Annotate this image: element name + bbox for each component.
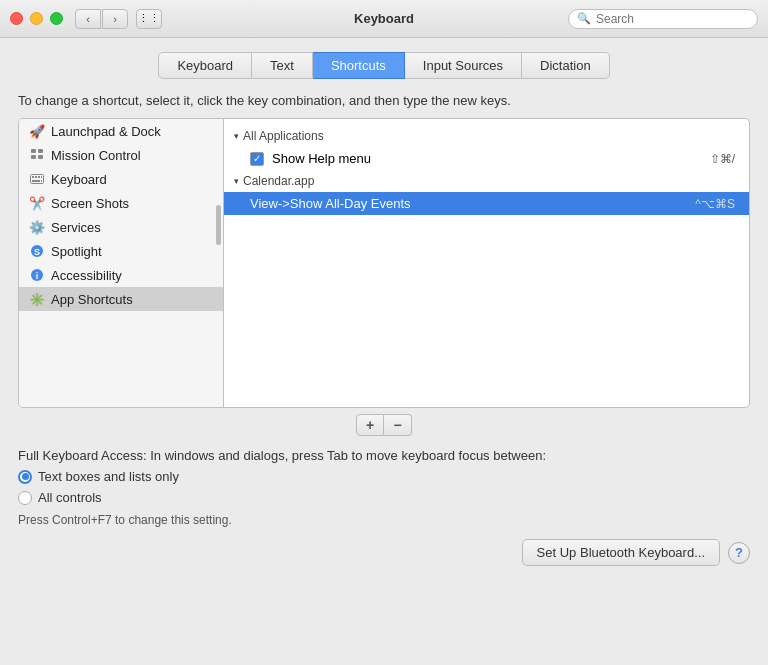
full-keyboard-label: Full Keyboard Access: In windows and dia… (18, 448, 750, 463)
sidebar-item-spotlight[interactable]: S Spotlight (19, 239, 223, 263)
radio-text-boxes[interactable]: Text boxes and lists only (18, 469, 750, 484)
sidebar-label-app-shortcuts: App Shortcuts (51, 292, 133, 307)
tab-shortcuts[interactable]: Shortcuts (313, 52, 405, 79)
svg-rect-5 (32, 176, 34, 178)
sidebar-item-services[interactable]: ⚙️ Services (19, 215, 223, 239)
svg-rect-3 (38, 155, 43, 159)
svg-rect-8 (41, 176, 42, 178)
radio-inner-dot (22, 473, 29, 480)
tabs: Keyboard Text Shortcuts Input Sources Di… (18, 52, 750, 79)
close-button[interactable] (10, 12, 23, 25)
panel-area: 🚀 Launchpad & Dock Mission Control Keybo… (18, 118, 750, 408)
search-bar[interactable]: 🔍 (568, 9, 758, 29)
svg-rect-1 (38, 149, 43, 153)
traffic-lights (10, 12, 63, 25)
sidebar-item-launchpad[interactable]: 🚀 Launchpad & Dock (19, 119, 223, 143)
radio-all-controls-button[interactable] (18, 491, 32, 505)
add-shortcut-button[interactable]: + (356, 414, 384, 436)
nav-buttons: ‹ › (75, 9, 128, 29)
calendar-triangle-icon: ▾ (234, 176, 239, 186)
show-help-menu-label: Show Help menu (272, 151, 702, 166)
svg-rect-2 (31, 155, 36, 159)
right-panel: ▾ All Applications ✓ Show Help menu ⇧⌘/ … (224, 119, 749, 407)
all-applications-label: All Applications (243, 129, 324, 143)
sidebar-item-keyboard[interactable]: Keyboard (19, 167, 223, 191)
view-show-allday-row[interactable]: View->Show All-Day Events ^⌥⌘S (224, 192, 749, 215)
keyboard-icon (29, 171, 45, 187)
sidebar-item-mission-control[interactable]: Mission Control (19, 143, 223, 167)
svg-text:i: i (36, 271, 39, 281)
add-remove-buttons: + − (18, 414, 750, 436)
accessibility-icon: i (29, 267, 45, 283)
svg-rect-9 (32, 180, 40, 182)
sidebar-item-accessibility[interactable]: i Accessibility (19, 263, 223, 287)
grid-icon: ⋮⋮ (138, 12, 160, 25)
window-title: Keyboard (354, 11, 414, 26)
calendar-header[interactable]: ▾ Calendar.app (224, 170, 749, 192)
sidebar-label-keyboard: Keyboard (51, 172, 107, 187)
svg-rect-7 (38, 176, 40, 178)
tab-input-sources[interactable]: Input Sources (405, 52, 522, 79)
tab-text[interactable]: Text (252, 52, 313, 79)
tab-dictation[interactable]: Dictation (522, 52, 610, 79)
remove-shortcut-button[interactable]: − (384, 414, 412, 436)
description-text: To change a shortcut, select it, click t… (18, 93, 750, 108)
svg-rect-0 (31, 149, 36, 153)
services-icon: ⚙️ (29, 219, 45, 235)
view-show-allday-label: View->Show All-Day Events (250, 196, 687, 211)
grid-button[interactable]: ⋮⋮ (136, 9, 162, 29)
sidebar-item-app-shortcuts[interactable]: ✳️ App Shortcuts (19, 287, 223, 311)
svg-text:S: S (34, 247, 40, 257)
titlebar: ‹ › ⋮⋮ Keyboard 🔍 (0, 0, 768, 38)
search-input[interactable] (596, 12, 749, 26)
radio-text-boxes-label: Text boxes and lists only (38, 469, 179, 484)
view-show-allday-keys: ^⌥⌘S (695, 197, 735, 211)
help-button[interactable]: ? (728, 542, 750, 564)
bluetooth-keyboard-button[interactable]: Set Up Bluetooth Keyboard... (522, 539, 720, 566)
radio-text-boxes-button[interactable] (18, 470, 32, 484)
sidebar: 🚀 Launchpad & Dock Mission Control Keybo… (19, 119, 224, 407)
main-content: Keyboard Text Shortcuts Input Sources Di… (0, 38, 768, 665)
forward-button[interactable]: › (102, 9, 128, 29)
sidebar-label-spotlight: Spotlight (51, 244, 102, 259)
triangle-icon: ▾ (234, 131, 239, 141)
hint-text: Press Control+F7 to change this setting. (18, 513, 750, 527)
search-icon: 🔍 (577, 12, 591, 25)
sidebar-item-screen-shots[interactable]: ✂️ Screen Shots (19, 191, 223, 215)
scrollbar-thumb[interactable] (216, 205, 221, 245)
sidebar-label-mission-control: Mission Control (51, 148, 141, 163)
bottom-bar: Set Up Bluetooth Keyboard... ? (18, 539, 750, 566)
show-help-menu-keys: ⇧⌘/ (710, 152, 735, 166)
sidebar-label-launchpad: Launchpad & Dock (51, 124, 161, 139)
svg-rect-4 (31, 175, 44, 184)
mission-control-icon (29, 147, 45, 163)
show-help-menu-checkbox[interactable]: ✓ (250, 152, 264, 166)
radio-all-controls[interactable]: All controls (18, 490, 750, 505)
tab-keyboard[interactable]: Keyboard (158, 52, 252, 79)
screen-shots-icon: ✂️ (29, 195, 45, 211)
svg-rect-10 (41, 180, 42, 182)
back-button[interactable]: ‹ (75, 9, 101, 29)
sidebar-label-screen-shots: Screen Shots (51, 196, 129, 211)
launchpad-icon: 🚀 (29, 123, 45, 139)
minimize-button[interactable] (30, 12, 43, 25)
spotlight-icon: S (29, 243, 45, 259)
svg-rect-6 (35, 176, 37, 178)
maximize-button[interactable] (50, 12, 63, 25)
show-help-menu-row[interactable]: ✓ Show Help menu ⇧⌘/ (224, 147, 749, 170)
full-keyboard-section: Full Keyboard Access: In windows and dia… (18, 448, 750, 527)
sidebar-label-services: Services (51, 220, 101, 235)
sidebar-label-accessibility: Accessibility (51, 268, 122, 283)
calendar-label: Calendar.app (243, 174, 314, 188)
app-shortcuts-icon: ✳️ (29, 291, 45, 307)
radio-all-controls-label: All controls (38, 490, 102, 505)
all-applications-header[interactable]: ▾ All Applications (224, 125, 749, 147)
